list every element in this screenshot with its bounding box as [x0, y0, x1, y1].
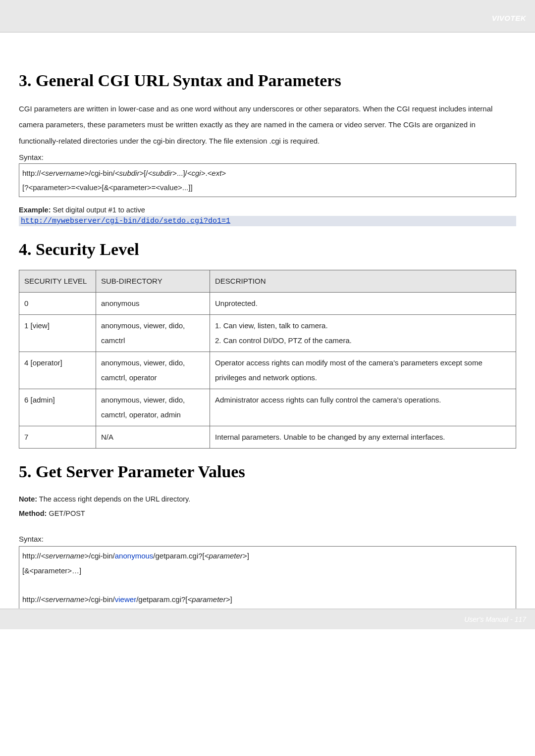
security-level-table: SECURITY LEVEL SUB-DIRECTORY DESCRIPTION… [19, 270, 516, 449]
example-label: Example: [19, 206, 51, 214]
syntax2-line-1: http://<servername>/cgi-bin/anonymous/ge… [22, 549, 513, 563]
brand-text: VIVOTEK [492, 14, 526, 22]
note-text: The access right depends on the URL dire… [37, 495, 190, 503]
syntax-box-2: http://<servername>/cgi-bin/anonymous/ge… [19, 546, 516, 608]
cell: 0 [19, 293, 96, 315]
text: ] [247, 552, 249, 560]
placeholder: <subdir> [115, 169, 144, 177]
text: /cgi-bin/ [89, 552, 115, 560]
text: ...]/ [177, 169, 187, 177]
syntax-line-2: [?<parameter>=<value>[&<parameter>=<valu… [22, 180, 513, 195]
syntax-label: Syntax: [19, 153, 516, 161]
cell: N/A [96, 426, 210, 449]
section-3-title: 3. General CGI URL Syntax and Parameters [19, 71, 516, 90]
placeholder: <parameter> [188, 595, 230, 604]
placeholder: <ext> [208, 169, 226, 177]
col-description: DESCRIPTION [210, 270, 516, 293]
header-bar: VIVOTEK [0, 0, 535, 33]
syntax2-line-2: [&<parameter>…] [22, 563, 513, 578]
cell: 6 [admin] [19, 389, 96, 426]
syntax2-blank [22, 578, 513, 592]
placeholder: <subdir> [148, 169, 177, 177]
cell: 7 [19, 426, 96, 449]
note-block: Note: The access right depends on the UR… [19, 492, 516, 521]
table-row: 6 [admin] anonymous, viewer, dido, camct… [19, 389, 516, 426]
footer-text: User's Manual - 117 [464, 615, 526, 623]
footer-bar: User's Manual - 117 [0, 608, 535, 629]
col-sub-directory: SUB-DIRECTORY [96, 270, 210, 293]
placeholder: <servername> [41, 595, 89, 604]
section-4-title: 4. Security Level [19, 240, 516, 259]
example-line: Example: Set digital output #1 to active [19, 206, 516, 214]
table-header-row: SECURITY LEVEL SUB-DIRECTORY DESCRIPTION [19, 270, 516, 293]
placeholder: <servername> [41, 169, 89, 177]
syntax-label-2: Syntax: [19, 535, 516, 543]
table-row: 0 anonymous Unprotected. [19, 293, 516, 315]
text: http:// [22, 595, 41, 604]
method-label: Method: [19, 509, 47, 517]
cell: 4 [operator] [19, 352, 96, 389]
example-text: Set digital output #1 to active [51, 206, 145, 214]
text: [/ [144, 169, 148, 177]
text: http:// [22, 552, 41, 560]
syntax-box-1: http://<servername>/cgi-bin/<subdir>[/<s… [19, 163, 516, 198]
text: /getparam.cgi?[ [136, 595, 187, 604]
col-security-level: SECURITY LEVEL [19, 270, 96, 293]
role: anonymous [115, 552, 154, 560]
method-text: GET/POST [47, 509, 85, 517]
section-5-title: 5. Get Server Parameter Values [19, 462, 516, 481]
cell: anonymous [96, 293, 210, 315]
syntax2-line-3: http://<servername>/cgi-bin/viewer/getpa… [22, 592, 513, 606]
cell: Unprotected. [210, 293, 516, 315]
role: viewer [115, 595, 136, 604]
cell: anonymous, viewer, dido, camctrl, operat… [96, 352, 210, 389]
placeholder: <servername> [41, 552, 89, 560]
text: /getparam.cgi?[ [153, 552, 204, 560]
cell: Operator access rights can modify most o… [210, 352, 516, 389]
cell: anonymous, viewer, dido, camctrl, operat… [96, 389, 210, 426]
placeholder: <cgi> [187, 169, 206, 177]
syntax-line-1: http://<servername>/cgi-bin/<subdir>[/<s… [22, 166, 513, 180]
placeholder: <parameter> [205, 552, 247, 560]
section-3-paragraph: CGI parameters are written in lower-case… [19, 101, 516, 149]
example-url-link[interactable]: http://mywebserver/cgi-bin/dido/setdo.cg… [19, 216, 516, 226]
text: /cgi-bin/ [89, 595, 115, 604]
table-row: 7 N/A Internal parameters. Unable to be … [19, 426, 516, 449]
page-content: 3. General CGI URL Syntax and Parameters… [0, 33, 535, 608]
cell: 1 [view] [19, 315, 96, 352]
table-row: 4 [operator] anonymous, viewer, dido, ca… [19, 352, 516, 389]
text: ] [230, 595, 232, 604]
table-row: 1 [view] anonymous, viewer, dido, camctr… [19, 315, 516, 352]
cell: 1. Can view, listen, talk to camera. 2. … [210, 315, 516, 352]
cell: Internal parameters. Unable to be change… [210, 426, 516, 449]
cell: Administrator access rights can fully co… [210, 389, 516, 426]
text: /cgi-bin/ [89, 169, 115, 177]
cell: anonymous, viewer, dido, camctrl [96, 315, 210, 352]
note-label: Note: [19, 495, 37, 503]
text: http:// [22, 169, 41, 177]
